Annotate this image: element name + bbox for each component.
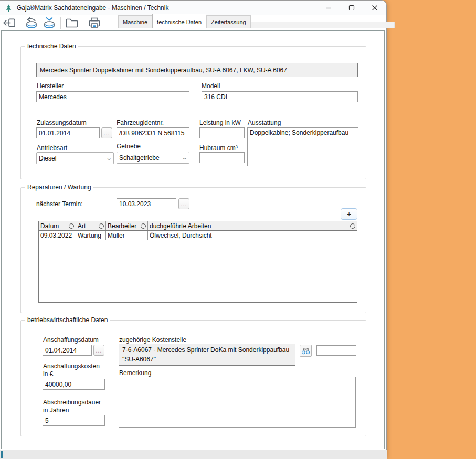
- app-window: Gaja®Matrix Sachdateneingabe - Maschinen…: [0, 0, 387, 459]
- toolbar-separator: [20, 17, 20, 29]
- close-button[interactable]: [363, 1, 386, 15]
- kostenstelle-field: 7-6-A6067 - Mercedes Sprinter DoKa mit S…: [119, 344, 295, 366]
- maximize-button[interactable]: [340, 1, 363, 15]
- hersteller-label: Hersteller: [37, 82, 64, 90]
- bemerkung-label: Bemerkung: [119, 369, 151, 377]
- column-header-arbeiten[interactable]: duchgeführte Arbeiten: [148, 221, 357, 230]
- cell-art: Wartung: [76, 231, 106, 240]
- tab-zeiterfassung[interactable]: Zeiterfassung: [206, 15, 251, 28]
- chevron-down-icon: ⌄: [105, 155, 112, 162]
- db-discard-icon: [24, 16, 39, 29]
- ausstattung-label: Ausstattung: [248, 119, 281, 126]
- antriebsart-select[interactable]: Diesel ⌄: [36, 152, 114, 164]
- machine-summary-field: Mercedes Sprinter Doppelkabiner mit Sond…: [36, 63, 358, 77]
- table-row[interactable]: 09.03.2022 Wartung Müller Ölwechsel, Dur…: [39, 231, 357, 240]
- db-save-icon: [41, 16, 57, 29]
- abschreibungsdauer-label-line2: in Jahren: [43, 407, 69, 414]
- zulassungsdatum-label: Zulassungsdatum: [37, 119, 87, 126]
- minimize-button[interactable]: [317, 1, 340, 15]
- tab-page-technische-daten: technische Daten Mercedes Sprinter Doppe…: [1, 30, 385, 449]
- repairs-table: Datum Art Bearbeiter duchgeführte Arbeit…: [38, 221, 357, 303]
- binoculars-icon: [301, 347, 310, 355]
- tab-strip: Maschine technische Daten Zeiterfassung: [118, 16, 395, 28]
- kostenstelle-search-button[interactable]: [300, 345, 312, 357]
- antriebsart-label: Antriebsart: [37, 144, 67, 152]
- anschaffungsdatum-picker-button[interactable]: ...: [93, 345, 104, 356]
- cell-arbeiten: Ölwechsel, Durchsicht: [148, 231, 357, 240]
- anschaffungskosten-label-line1: Anschaffungskosten: [43, 362, 100, 370]
- column-header-datum[interactable]: Datum: [39, 221, 76, 230]
- folder-open-icon: [65, 17, 79, 29]
- anschaffungsdatum-input[interactable]: [43, 345, 92, 356]
- cell-bearbeiter: Müller: [106, 231, 148, 240]
- status-bar: [0, 450, 387, 459]
- sort-icon[interactable]: [69, 223, 74, 229]
- fahrzeugidentnr-input[interactable]: [117, 127, 189, 138]
- toolbar-separator: [83, 17, 83, 29]
- add-repair-button[interactable]: +: [341, 208, 357, 220]
- chevron-down-icon: ⌄: [181, 154, 188, 161]
- bemerkung-textarea[interactable]: [119, 377, 356, 428]
- groupbox-legend: technische Daten: [25, 42, 78, 50]
- tab-strip-filler: [251, 22, 395, 28]
- zulassungsdatum-input[interactable]: [36, 127, 100, 138]
- title-bar: Gaja®Matrix Sachdateneingabe - Maschinen…: [0, 1, 386, 15]
- window-title: Gaja®Matrix Sachdateneingabe - Maschinen…: [17, 4, 168, 12]
- status-accent-mark: [1, 451, 3, 458]
- toolbar-separator: [60, 17, 61, 29]
- getriebe-select[interactable]: Schaltgetriebe ⌄: [117, 152, 189, 164]
- ausstattung-textarea[interactable]: Doppelkabine; Sonderkipperaufbau: [247, 127, 358, 166]
- groupbox-legend: betriebswirtschaftliche Daten: [25, 316, 110, 324]
- anschaffungsdatum-label: Anschaffungsdatum: [43, 336, 99, 344]
- app-logo-tree-icon: [5, 4, 13, 12]
- kostenstelle-extra-input[interactable]: [316, 345, 356, 356]
- tab-technische-daten[interactable]: technische Daten: [152, 14, 206, 28]
- kostenstelle-label: zugehörige Kostenstelle: [119, 336, 186, 344]
- printer-icon: [87, 17, 102, 29]
- naechster-termin-label: nächster Termin:: [36, 200, 82, 208]
- column-header-art[interactable]: Art: [76, 221, 106, 230]
- fahrzeugidentnr-label: Fahrzeugidentnr.: [117, 119, 164, 126]
- groupbox-legend: Reparaturen / Wartung: [25, 184, 93, 191]
- leistung-label: Leistung in kW: [199, 119, 241, 126]
- naechster-termin-input[interactable]: [117, 198, 176, 209]
- abschreibungsdauer-input[interactable]: [43, 415, 105, 426]
- hersteller-input[interactable]: [36, 91, 189, 102]
- cell-datum: 09.03.2022: [39, 231, 76, 240]
- print-button[interactable]: [86, 16, 103, 30]
- discard-data-button[interactable]: [23, 16, 40, 30]
- modell-label: Modell: [202, 82, 220, 90]
- sort-icon[interactable]: [141, 223, 146, 229]
- sort-icon[interactable]: [99, 223, 104, 229]
- naechster-termin-picker-button[interactable]: ...: [178, 198, 189, 209]
- getriebe-label: Getriebe: [117, 143, 141, 150]
- exit-icon: [2, 17, 16, 29]
- leistung-input[interactable]: [199, 127, 245, 138]
- hubraum-input[interactable]: [199, 152, 245, 163]
- sort-icon[interactable]: [350, 223, 355, 229]
- anschaffungskosten-label-line2: in €: [43, 370, 53, 378]
- abschreibungsdauer-label-line1: Abschreibungsdauer: [43, 399, 101, 406]
- tab-maschine[interactable]: Maschine: [118, 15, 152, 28]
- repairs-table-header: Datum Art Bearbeiter duchgeführte Arbeit…: [39, 221, 357, 231]
- exit-button[interactable]: [1, 16, 17, 30]
- modell-input[interactable]: [202, 91, 358, 102]
- zulassungsdatum-picker-button[interactable]: ...: [101, 127, 112, 138]
- open-button[interactable]: [64, 16, 80, 30]
- column-header-bearbeiter[interactable]: Bearbeiter: [106, 221, 148, 230]
- hubraum-label: Hubraum cm³: [199, 144, 238, 152]
- save-data-button[interactable]: [41, 16, 58, 30]
- anschaffungskosten-input[interactable]: [43, 379, 105, 390]
